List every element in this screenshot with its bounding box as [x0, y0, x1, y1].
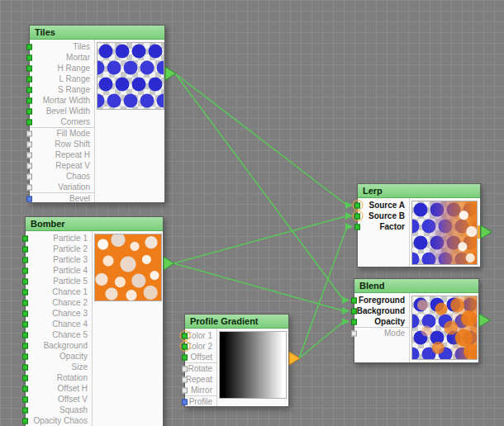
node-lerp[interactable]: Lerp Source ASource BFactor [357, 183, 481, 267]
port-row-fill-mode[interactable]: Fill Mode [30, 127, 94, 139]
port-pin-offset-v[interactable] [22, 396, 28, 402]
port-pin-rotation[interactable] [22, 375, 28, 381]
port-row-mirror[interactable]: Mirror [185, 385, 216, 395]
port-pin-row-shift[interactable] [26, 141, 32, 147]
port-pin-mode[interactable] [351, 330, 357, 336]
port-pin-source-a[interactable] [354, 202, 360, 208]
port-row-mortar[interactable]: Mortar [30, 52, 94, 63]
port-pin-h-range[interactable] [26, 65, 32, 71]
port-pin-s-range[interactable] [26, 87, 32, 92]
port-row-chance-5[interactable]: Chance 5 [26, 329, 92, 340]
port-row-h-range[interactable]: H Range [30, 63, 94, 73]
port-row-particle-2[interactable]: Particle 2 [26, 244, 92, 254]
port-row-color-2[interactable]: Color 2 [185, 341, 216, 352]
port-row-squash[interactable]: Squash [26, 405, 92, 415]
node-profile-gradient-output-connector[interactable] [288, 350, 301, 367]
port-row-repeat-v[interactable]: Repeat V [30, 160, 94, 171]
port-pin-chaos[interactable] [26, 173, 32, 179]
port-row-row-shift[interactable]: Row Shift [30, 139, 94, 149]
port-pin-particle-2[interactable] [22, 246, 28, 252]
port-pin-opacity[interactable] [22, 353, 28, 359]
port-row-tiles[interactable]: Tiles [30, 41, 94, 52]
node-bomber-header[interactable]: Bomber [26, 217, 163, 231]
port-pin-factor[interactable] [354, 224, 360, 230]
port-pin-l-range[interactable] [26, 76, 32, 82]
port-row-offset[interactable]: Offset [185, 352, 216, 362]
node-blend[interactable]: Blend ForegroundBackgroundOpacityMode [354, 278, 479, 363]
port-row-mode[interactable]: Mode [354, 327, 409, 338]
port-row-rotate[interactable]: Rotate [185, 362, 216, 374]
port-row-offset-v[interactable]: Offset V [26, 394, 92, 405]
port-row-bevel[interactable]: Bevel [30, 192, 94, 204]
port-pin-background[interactable] [22, 343, 28, 348]
port-row-opacity[interactable]: Opacity [26, 351, 92, 362]
node-graph-canvas[interactable]: Tiles TilesMortarH RangeL RangeS RangeMo… [0, 0, 504, 426]
port-row-mortar-width[interactable]: Mortar Width [30, 95, 94, 106]
node-tiles-header[interactable]: Tiles [30, 26, 164, 40]
port-pin-foreground[interactable] [351, 297, 357, 303]
port-row-repeat[interactable]: Repeat [185, 374, 216, 385]
node-lerp-header[interactable]: Lerp [358, 184, 480, 198]
port-row-chance-1[interactable]: Chance 1 [26, 286, 92, 297]
port-pin-color-2[interactable] [182, 343, 188, 349]
port-row-chaos[interactable]: Chaos [30, 171, 94, 182]
port-row-foreground[interactable]: Foreground [354, 295, 409, 305]
port-pin-mirror[interactable] [182, 387, 188, 393]
port-row-size[interactable]: Size [26, 362, 92, 372]
port-pin-squash[interactable] [22, 407, 28, 413]
node-profile-gradient-header[interactable]: Profile Gradient [185, 315, 288, 329]
port-pin-color-1[interactable] [182, 333, 188, 338]
port-row-particle-1[interactable]: Particle 1 [26, 233, 92, 244]
port-pin-offset[interactable] [182, 354, 188, 360]
port-row-color-1[interactable]: Color 1 [185, 330, 216, 341]
port-row-particle-3[interactable]: Particle 3 [26, 254, 92, 265]
port-pin-chance-5[interactable] [22, 332, 28, 338]
port-row-bevel-width[interactable]: Bevel Width [30, 106, 94, 116]
port-pin-repeat-h[interactable] [26, 152, 32, 158]
port-pin-opacity-chaos[interactable] [22, 418, 28, 424]
port-row-factor[interactable]: Factor [358, 221, 409, 232]
port-row-offset-h[interactable]: Offset H [26, 383, 92, 394]
port-pin-source-b[interactable] [354, 213, 360, 219]
port-row-particle-5[interactable]: Particle 5 [26, 276, 92, 286]
port-pin-opacity[interactable] [351, 319, 357, 324]
port-pin-bevel[interactable] [26, 196, 32, 201]
port-pin-chance-1[interactable] [22, 289, 28, 295]
port-row-source-b[interactable]: Source B [358, 211, 409, 221]
node-blend-output-connector[interactable] [478, 312, 491, 329]
node-tiles[interactable]: Tiles TilesMortarH RangeL RangeS RangeMo… [29, 25, 165, 203]
port-row-background[interactable]: Background [354, 305, 409, 316]
port-pin-offset-h[interactable] [22, 386, 28, 391]
port-pin-corners[interactable] [26, 119, 32, 125]
node-lerp-output-connector[interactable] [480, 224, 492, 240]
node-tiles-output-connector[interactable] [164, 65, 177, 82]
port-pin-fill-mode[interactable] [26, 130, 32, 136]
port-pin-profile[interactable] [182, 399, 188, 405]
port-pin-background[interactable] [351, 308, 357, 314]
port-pin-mortar-width[interactable] [26, 97, 32, 103]
port-row-particle-4[interactable]: Particle 4 [26, 265, 92, 276]
port-pin-tiles[interactable] [26, 44, 32, 50]
node-blend-header[interactable]: Blend [354, 279, 478, 293]
port-pin-particle-1[interactable] [22, 235, 28, 241]
port-pin-particle-4[interactable] [22, 267, 28, 273]
port-row-chance-4[interactable]: Chance 4 [26, 319, 92, 329]
node-bomber-output-connector[interactable] [163, 255, 175, 272]
port-pin-repeat-v[interactable] [26, 163, 32, 168]
port-pin-repeat[interactable] [182, 376, 188, 382]
port-row-corners[interactable]: Corners [30, 116, 94, 127]
node-bomber[interactable]: Bomber Particle 1Particle 2Particle 3Par… [25, 216, 164, 426]
port-pin-size[interactable] [22, 364, 28, 370]
port-pin-particle-5[interactable] [22, 278, 28, 284]
port-row-profile[interactable]: Profile [185, 395, 216, 407]
port-row-rotation[interactable]: Rotation [26, 372, 92, 383]
port-pin-mortar[interactable] [26, 54, 32, 60]
port-pin-variation[interactable] [26, 184, 32, 190]
port-row-chance-2[interactable]: Chance 2 [26, 297, 92, 308]
port-row-opacity[interactable]: Opacity [354, 316, 409, 327]
port-row-repeat-h[interactable]: Repeat H [30, 149, 94, 160]
port-pin-rotate[interactable] [182, 366, 188, 372]
port-row-source-a[interactable]: Source A [358, 200, 409, 211]
port-row-l-range[interactable]: L Range [30, 73, 94, 84]
port-pin-particle-3[interactable] [22, 257, 28, 263]
